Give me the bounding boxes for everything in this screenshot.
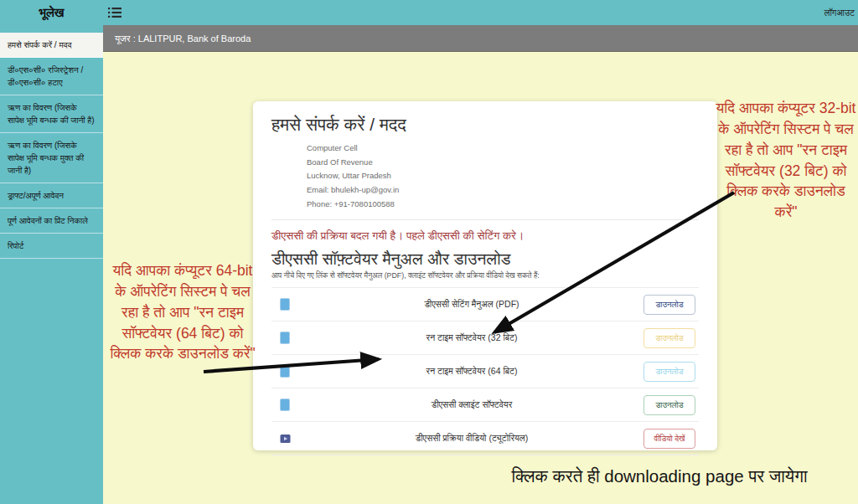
list-menu-icon[interactable] bbox=[108, 7, 121, 18]
contact-address: Computer CellBoard Of RevenueLucknow, Ut… bbox=[307, 141, 699, 211]
address-line: Email: bhulekh-up@gov.in bbox=[307, 183, 699, 198]
sidebar-item-0[interactable]: हमसे संपर्क करें / मदद bbox=[0, 33, 103, 58]
file-icon bbox=[280, 298, 290, 311]
address-line: Board Of Revenue bbox=[307, 156, 699, 170]
sidebar-item-5[interactable]: पूर्ण आवेदनों का प्रिंट निकाले bbox=[0, 208, 103, 234]
bhulekh-app-window: भूलेख लॉगआउट हमसे संपर्क करें / मददडी०एस… bbox=[0, 0, 858, 504]
download-button[interactable]: वीडियो देखें bbox=[644, 429, 695, 449]
address-line: Lucknow, Uttar Pradesh bbox=[307, 169, 699, 183]
sidebar-item-4[interactable]: ड्राफ्ट/अपूर्ण आवेदन bbox=[0, 183, 103, 208]
downloads-section-title: डीएससी सॉफ़्टवेयर मैनुअल और डाउनलोड bbox=[271, 249, 699, 269]
download-row: डीएससी सेटिंग मैनुअल (PDF) डाउनलोड bbox=[271, 288, 699, 321]
download-row: रन टाइम सॉफ्टवेयर (32 बिट) डाउनलोड bbox=[271, 321, 699, 355]
file-icon bbox=[280, 332, 290, 344]
file-icon bbox=[280, 399, 290, 411]
user-info-bar: यूजर : LALITPUR, Bank of Baroda bbox=[103, 25, 858, 52]
annotation-32bit: यदि आपका कंप्यूटर 32-bit के ऑपरेटिंग सिस… bbox=[714, 98, 858, 223]
sidebar-item-6[interactable]: रिपोर्ट bbox=[0, 234, 103, 259]
address-line: Phone: +91-7080100588 bbox=[307, 198, 699, 212]
file-icon bbox=[280, 365, 290, 378]
download-label: डीएससी प्रक्रिया वीडियो (ट्यूटोरियल) bbox=[300, 433, 644, 444]
address-line: Computer Cell bbox=[307, 141, 699, 156]
sidebar-item-2[interactable]: ऋण का विवरण (जिसके सापेक्ष भूमि बन्धक की… bbox=[0, 95, 103, 133]
download-label: रन टाइम सॉफ्टवेयर (32 बिट) bbox=[300, 332, 644, 343]
downloads-table: डीएससी सेटिंग मैनुअल (PDF) डाउनलोड रन टा… bbox=[271, 287, 699, 455]
download-button[interactable]: डाउनलोड bbox=[644, 328, 695, 348]
top-header-bar: भूलेख लॉगआउट bbox=[0, 0, 858, 25]
dsc-notice-text: डीएससी की प्रक्रिया बदल गयी है। पहले डीए… bbox=[271, 229, 699, 243]
download-label: रन टाइम सॉफ्टवेयर (64 बिट) bbox=[300, 366, 644, 377]
download-row: रन टाइम सॉफ्टवेयर (64 बिट) डाउनलोड bbox=[271, 355, 699, 388]
page-title: हमसे संपर्क करें / मदद bbox=[271, 115, 699, 135]
download-button[interactable]: डाउनलोड bbox=[644, 295, 695, 315]
app-title: भूलेख bbox=[0, 0, 103, 25]
contact-help-card: हमसे संपर्क करें / मदद Computer CellBoar… bbox=[253, 101, 717, 450]
download-button[interactable]: डाउनलोड bbox=[644, 395, 695, 415]
divider bbox=[271, 219, 699, 220]
sidebar-nav: हमसे संपर्क करें / मददडी०एस०सी० रजिस्ट्र… bbox=[0, 25, 103, 504]
video-icon bbox=[280, 434, 291, 444]
download-label: डीएससी सेटिंग मैनुअल (PDF) bbox=[300, 299, 644, 310]
logout-button[interactable]: लॉगआउट bbox=[823, 0, 856, 25]
download-button[interactable]: डाउनलोड bbox=[644, 362, 695, 382]
downloads-section-subtitle: आप नीचे दिए गए लिंक से सॉफ्टवेयर मैनुअल … bbox=[271, 271, 699, 280]
annotation-bottom: क्लिक करते ही downloading page पर जायेगा bbox=[466, 466, 853, 486]
download-row: डीएससी क्लाइंट सॉफ्टवेयर डाउनलोड bbox=[271, 388, 699, 422]
sidebar-item-1[interactable]: डी०एस०सी० रजिस्ट्रेशन / डी०एस०सी० हटाए bbox=[0, 58, 103, 95]
sidebar-item-3[interactable]: ऋण का विवरण (जिसके सापेक्ष भूमि बन्धक मु… bbox=[0, 133, 103, 183]
download-row: डीएससी प्रक्रिया वीडियो (ट्यूटोरियल) वीड… bbox=[271, 422, 699, 455]
download-label: डीएससी क्लाइंट सॉफ्टवेयर bbox=[300, 399, 644, 410]
annotation-64bit: यदि आपका कंप्यूटर 64-bit के ऑपरेटिंग सिस… bbox=[106, 260, 259, 364]
